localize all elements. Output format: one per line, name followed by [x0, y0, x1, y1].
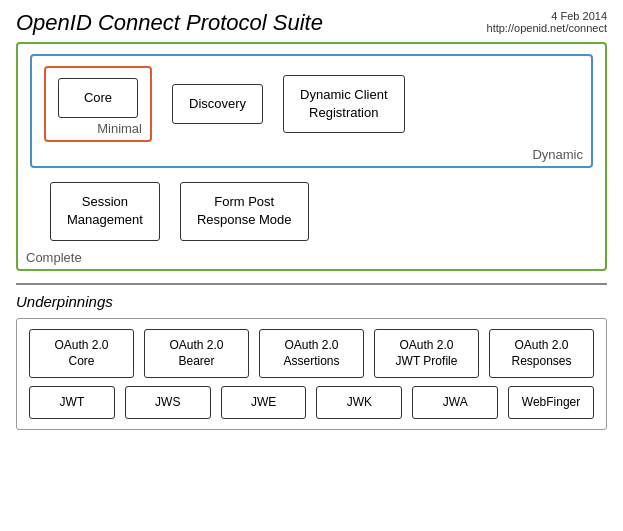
underpinnings-row-2: JWT JWS JWE JWK JWA WebFinger	[29, 386, 594, 419]
core-card: Core	[58, 78, 138, 118]
oauth-bearer-card: OAuth 2.0Bearer	[144, 329, 249, 379]
minimal-box: Core Minimal	[44, 66, 152, 142]
jwa-card: JWA	[412, 386, 498, 419]
form-post-card: Form PostResponse Mode	[180, 182, 309, 240]
jwt-card: JWT	[29, 386, 115, 419]
dynamic-client-reg-card: Dynamic ClientRegistration	[283, 75, 404, 133]
oauth-jwt-profile-card: OAuth 2.0JWT Profile	[374, 329, 479, 379]
jws-card: JWS	[125, 386, 211, 419]
dynamic-box: Core Minimal Discovery Dynamic ClientReg…	[30, 54, 593, 168]
jwk-card: JWK	[316, 386, 402, 419]
url-label: http://openid.net/connect	[487, 22, 607, 34]
oauth-core-card: OAuth 2.0Core	[29, 329, 134, 379]
complete-box: Core Minimal Discovery Dynamic ClientReg…	[16, 42, 607, 271]
underpinnings-title: Underpinnings	[16, 293, 607, 310]
underpinnings-row-1: OAuth 2.0Core OAuth 2.0Bearer OAuth 2.0A…	[29, 329, 594, 379]
webfinger-card: WebFinger	[508, 386, 594, 419]
complete-row: SessionManagement Form PostResponse Mode	[50, 182, 593, 240]
underpinnings-section: Underpinnings OAuth 2.0Core OAuth 2.0Bea…	[16, 283, 607, 430]
session-mgmt-card: SessionManagement	[50, 182, 160, 240]
underpinnings-box: OAuth 2.0Core OAuth 2.0Bearer OAuth 2.0A…	[16, 318, 607, 430]
date-label: 4 Feb 2014	[487, 10, 607, 22]
oauth-responses-card: OAuth 2.0Responses	[489, 329, 594, 379]
dynamic-row: Core Minimal Discovery Dynamic ClientReg…	[44, 66, 579, 142]
header-area: OpenID Connect Protocol Suite 4 Feb 2014…	[16, 10, 607, 36]
oauth-assertions-card: OAuth 2.0Assertions	[259, 329, 364, 379]
dynamic-label: Dynamic	[532, 147, 583, 162]
page-title: OpenID Connect Protocol Suite	[16, 10, 323, 36]
complete-label: Complete	[26, 250, 82, 265]
discovery-card: Discovery	[172, 84, 263, 124]
jwe-card: JWE	[221, 386, 307, 419]
minimal-label: Minimal	[97, 121, 142, 136]
